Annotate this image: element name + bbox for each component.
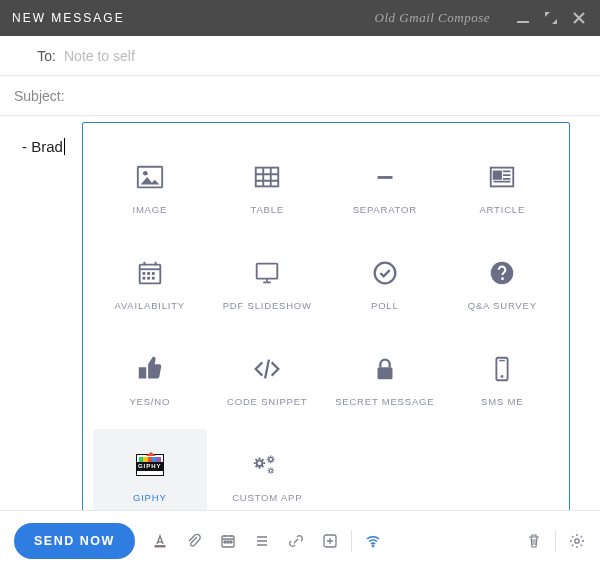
insert-item-label: TABLE [251,204,284,215]
insert-pdf-slideshow[interactable]: PDF SLIDESHOW [211,237,325,329]
svg-rect-14 [264,281,272,283]
svg-rect-19 [377,367,392,379]
insert-item-label: PDF SLIDESHOW [223,300,312,311]
insert-item-label: ARTICLE [479,204,525,215]
insert-item-label: CUSTOM APP [232,492,302,503]
insert-item-label: CODE SNIPPET [227,396,307,407]
calendar-icon[interactable] [219,532,237,550]
insert-article[interactable]: ARTICLE [446,141,560,233]
svg-rect-3 [256,167,279,186]
insert-qa-survey[interactable]: Q&A SURVEY [446,237,560,329]
svg-rect-13 [257,263,278,278]
svg-rect-9 [152,272,155,275]
svg-rect-8 [147,272,150,275]
svg-rect-4 [377,176,392,179]
insert-popover: IMAGETABLESEPARATORARTICLEAVAILABILITYPD… [82,122,570,520]
to-row[interactable]: To: Note to self [0,36,600,76]
old-compose-link[interactable]: Old Gmail Compose [375,10,490,26]
svg-point-31 [372,545,374,547]
secret-message-icon [368,352,402,386]
signature-text: - Brad [22,138,65,155]
insert-image[interactable]: IMAGE [93,141,207,233]
svg-point-16 [374,262,395,283]
to-placeholder: Note to self [64,48,135,64]
format-icon[interactable] [151,532,169,550]
sms-me-icon [485,352,519,386]
insert-item-label: IMAGE [132,204,167,215]
svg-rect-7 [142,272,145,275]
svg-point-17 [491,261,514,284]
code-snippet-icon [250,352,284,386]
qa-survey-icon [485,256,519,290]
svg-point-24 [269,469,272,472]
minimize-icon[interactable] [514,9,532,27]
link-icon[interactable] [287,532,305,550]
insert-item-label: POLL [371,300,399,311]
trash-icon[interactable] [525,532,543,550]
svg-point-2 [143,170,148,175]
svg-point-32 [575,538,579,542]
subject-row[interactable]: Subject: [0,76,600,116]
insert-item-label: YES/NO [129,396,170,407]
svg-point-22 [257,460,263,466]
compose-body[interactable]: - Brad IMAGETABLESEPARATORARTICLEAVAILAB… [0,116,600,532]
svg-rect-29 [230,541,232,543]
insert-separator[interactable]: SEPARATOR [328,141,442,233]
image-icon [133,160,167,194]
custom-app-icon [250,448,284,482]
giphy-icon: GIPHY [133,448,167,482]
insert-yesno[interactable]: YES/NO [93,333,207,425]
insert-poll[interactable]: POLL [328,237,442,329]
subject-label: Subject: [14,88,65,104]
insert-item-label: SMS ME [481,396,523,407]
insert-code-snippet[interactable]: CODE SNIPPET [211,333,325,425]
yesno-icon [133,352,167,386]
svg-rect-11 [147,276,150,279]
to-label: To: [14,48,56,64]
insert-app-icon[interactable] [321,532,339,550]
insert-custom-app[interactable]: CUSTOM APP [211,429,325,521]
poll-icon [368,256,402,290]
header-title: NEW MESSAGE [12,11,125,25]
insert-item-label: SECRET MESSAGE [335,396,434,407]
insert-item-label: AVAILABILITY [115,300,186,311]
send-button[interactable]: SEND NOW [14,523,135,559]
attachment-icon[interactable] [185,532,203,550]
availability-icon [133,256,167,290]
svg-point-18 [501,277,504,280]
svg-rect-15 [266,278,268,281]
fields: To: Note to self Subject: [0,36,600,116]
svg-rect-28 [227,541,229,543]
insert-item-label: Q&A SURVEY [468,300,537,311]
svg-point-23 [269,457,273,461]
table-icon [250,160,284,194]
svg-rect-12 [152,276,155,279]
article-icon [485,160,519,194]
svg-rect-25 [155,545,165,547]
insert-giphy[interactable]: GIPHYGIPHY [93,429,207,521]
close-icon[interactable] [570,9,588,27]
insert-sms-me[interactable]: SMS ME [446,333,560,425]
insert-item-label: GIPHY [133,492,167,503]
pdf-slideshow-icon [250,256,284,290]
expand-icon[interactable] [542,9,560,27]
wifi-icon[interactable] [364,532,382,550]
insert-item-label: SEPARATOR [353,204,417,215]
list-icon[interactable] [253,532,271,550]
insert-availability[interactable]: AVAILABILITY [93,237,207,329]
svg-rect-0 [517,21,529,23]
insert-table[interactable]: TABLE [211,141,325,233]
compose-window: NEW MESSAGE Old Gmail Compose To: Note t… [0,0,600,570]
svg-point-21 [501,375,504,378]
svg-rect-27 [224,541,226,543]
gear-icon[interactable] [568,532,586,550]
separator-icon [368,160,402,194]
compose-header: NEW MESSAGE Old Gmail Compose [0,0,600,36]
svg-rect-10 [142,276,145,279]
insert-secret-message[interactable]: SECRET MESSAGE [328,333,442,425]
toolbar: SEND NOW [0,510,600,570]
